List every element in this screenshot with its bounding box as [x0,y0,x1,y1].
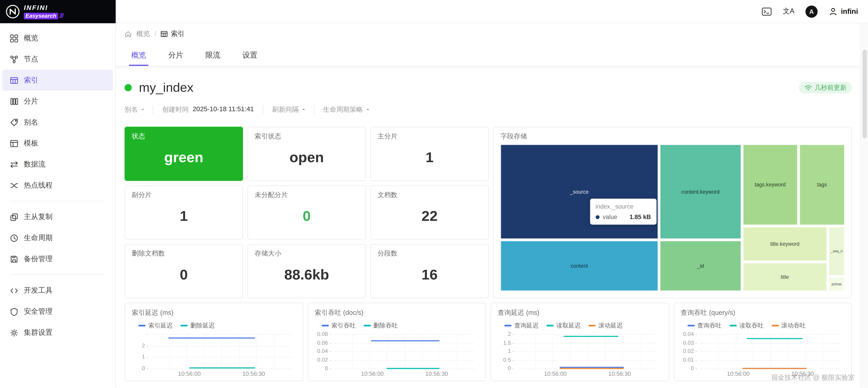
sidebar-item-indices[interactable]: 索引 [2,70,113,91]
treemap-node[interactable]: title [743,263,827,291]
lifecycle-clock-icon [10,234,18,242]
sidebar-item-alias[interactable]: 别名 [2,112,113,133]
language-translate-icon[interactable]: 文A [783,7,794,16]
stat-value: green [132,141,236,176]
sidebar-item-lifecycle[interactable]: 生命周期 [2,227,113,249]
tab-label: 限流 [205,50,220,60]
stat-value: 0 [255,200,359,235]
sidebar-item-label: 生命周期 [24,233,53,243]
page-scrollbar[interactable] [860,23,868,388]
treemap-node[interactable]: tags.keyword [743,144,798,225]
gridline [152,368,291,369]
info-value: 2025-10-18 11:51:41 [193,105,254,115]
legend-item[interactable]: 查询延迟 [504,321,538,330]
treemap-node[interactable]: _seq_n [829,227,845,276]
home-icon[interactable] [125,30,132,37]
treemap-node[interactable]: primar [829,277,845,291]
tooltip-value: 1.85 kB [629,214,651,220]
username-label: infini [841,7,858,15]
stat-label: 存储大小 [255,249,359,258]
tab-settings[interactable]: 设置 [243,44,257,66]
sidebar-item-backup[interactable]: 备份管理 [2,249,113,269]
stat-label: 索引状态 [255,132,359,141]
avatar-badge[interactable]: A [805,5,818,18]
legend-label: 查询延迟 [514,321,538,330]
treemap-node[interactable]: content [500,241,658,291]
backup-save-icon [10,255,18,263]
sidebar-item-shards[interactable]: 分片 [2,91,113,112]
sidebar-item-templates[interactable]: 模板 [2,133,113,154]
legend-dash [180,325,188,326]
sidebar-item-cluster-settings[interactable]: 集群设置 [2,322,113,343]
gridline [239,334,240,368]
legend-item[interactable]: 删除延迟 [180,321,215,330]
gridline [753,334,753,368]
brand-logo[interactable]: INFINI Easysearch /// [0,0,116,23]
updated-badge-label: 几秒前更新 [814,83,846,92]
breadcrumb-overview-link[interactable]: 概览 [136,29,150,38]
index-info-bar: 别名 - 创建时间 2025-10-18 11:51:41 刷新间隔 - 生命周… [125,105,852,115]
legend-item[interactable]: 读取延迟 [547,321,581,330]
x-axis-label: 10:56:00 [727,370,750,377]
info-label: 别名 [125,105,138,115]
stat-value: open [255,141,359,176]
chart-title: 索引延迟 (ms) [132,308,296,318]
replication-copy-icon [10,213,18,221]
legend-item[interactable]: 滚动吞吐 [771,321,806,330]
sidebar-item-datastreams[interactable]: 数据流 [2,154,113,175]
sidebar-nav: 概览 节点 索引 分片 别名 [0,23,116,388]
sidebar-item-label: 数据流 [24,159,45,169]
treemap-node[interactable]: _id [660,241,741,291]
x-axis-label: 10:56:30 [791,370,814,377]
gridline [274,334,275,368]
legend-item[interactable]: 索引吞吐 [321,321,355,330]
chart-x-labels: 10:56:0010:56:30 [518,370,657,379]
legend-item[interactable]: 读取吞吐 [729,321,764,330]
sidebar-item-devtools[interactable]: 开发工具 [2,280,113,301]
main-area: 概览 / 索引 概览 分片 限流 设置 my_index [116,23,860,388]
gridline [736,334,736,368]
legend-item[interactable]: 索引延迟 [138,321,173,330]
legend-item[interactable]: 删除吞吐 [364,321,398,330]
template-layout-icon [10,139,18,148]
gridline [622,334,623,368]
stat-value: 1 [378,141,482,176]
legend-item[interactable]: 滚动延迟 [588,321,623,330]
gridline [823,334,824,368]
sidebar-item-replication[interactable]: 主从复制 [2,206,113,227]
legend-item[interactable]: 查询吞吐 [687,321,721,330]
sidebar-item-overview[interactable]: 概览 [2,28,113,49]
sidebar-item-label: 模板 [24,138,38,148]
table-icon [10,76,18,85]
console-terminal-icon[interactable] [762,7,772,16]
breadcrumb-current-label: 索引 [171,29,185,38]
tab-strip: 概览 分片 限流 设置 [116,44,860,66]
tooltip-value-row: value 1.85 kB [596,214,651,220]
tab-shards[interactable]: 分片 [168,44,183,66]
tab-throttle[interactable]: 限流 [205,44,220,66]
sidebar-item-hot-threads[interactable]: 热点线程 [2,175,113,196]
gridline [204,334,205,368]
stat-label: 副分片 [132,190,236,200]
stat-value: 1 [132,200,236,235]
treemap-node[interactable]: content.keyword [660,144,741,239]
chart-x-labels: 10:56:0010:56:30 [701,370,840,379]
sidebar-item-security[interactable]: 安全管理 [2,301,113,322]
gridline [718,334,718,368]
user-menu[interactable]: infini [829,7,858,16]
treemap-node[interactable]: title.keyword [743,227,827,261]
datastream-arrows-icon [10,160,18,168]
sidebar-item-nodes[interactable]: 节点 [2,49,113,70]
legend-label: 索引延迟 [149,321,173,330]
breadcrumb: 概览 / 索引 [116,23,860,44]
tab-overview[interactable]: 概览 [131,44,146,66]
scrollbar-thumb[interactable] [863,50,867,138]
tooltip-series-dot [596,215,599,219]
field-storage-card: 字段存储 primar_seq_ntitletitle.keyword_idta… [493,127,852,298]
legend-label: 读取延迟 [556,321,581,330]
y-axis-tick: 0.02 [681,349,697,354]
treemap-node[interactable]: _source [500,144,658,239]
chart-legend: 索引吞吐删除吞吐 [315,321,479,330]
treemap-node[interactable]: tags [799,144,845,225]
breadcrumb-separator: / [154,30,156,38]
